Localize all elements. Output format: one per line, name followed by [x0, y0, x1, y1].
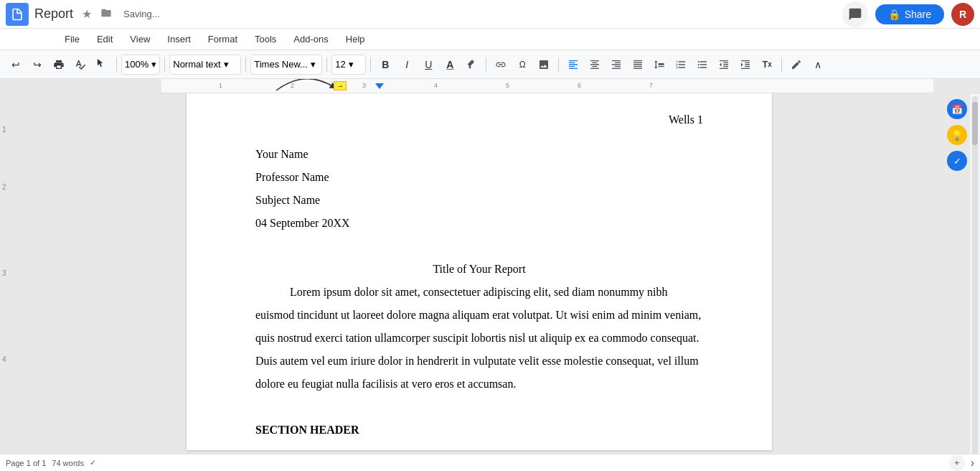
spellcheck-button[interactable]: [70, 55, 90, 75]
page-container[interactable]: Wells 1 Your Name Professor Name Subject…: [14, 93, 944, 471]
share-button[interactable]: 🔒 Share: [875, 4, 944, 24]
scrollbar[interactable]: [970, 93, 980, 471]
spell-check-icon: ✓: [90, 458, 96, 467]
subject-name-line: Subject Name: [255, 189, 703, 212]
report-title: Title of Your Report: [255, 258, 703, 281]
print-button[interactable]: [49, 55, 69, 75]
page-number-margin: 1 2 3 4: [0, 93, 14, 471]
check-panel-btn[interactable]: ✓: [947, 151, 967, 171]
align-center-button[interactable]: [585, 55, 605, 75]
toolbar-divider-1: [116, 57, 117, 72]
page-info: Page 1 of 1: [6, 459, 46, 467]
menu-insert[interactable]: Insert: [160, 32, 198, 46]
align-right-button[interactable]: [606, 55, 626, 75]
underline-button[interactable]: U: [418, 55, 438, 75]
zoom-value: 100%: [125, 59, 149, 70]
link-button[interactable]: [491, 55, 511, 75]
highlight-button[interactable]: [461, 55, 481, 75]
ruler-right-margin: [933, 79, 980, 93]
style-arrow: ▾: [224, 59, 229, 70]
image-button[interactable]: [534, 55, 554, 75]
page-header: Wells 1: [669, 108, 703, 131]
align-justify-button[interactable]: [628, 55, 648, 75]
saving-status: Saving...: [123, 9, 160, 19]
menu-format[interactable]: Format: [201, 32, 245, 46]
ruler-left-margin: [0, 79, 161, 93]
word-count: 74 words: [52, 459, 84, 467]
bottom-bar: Page 1 of 1 74 words ✓ + ›: [0, 454, 980, 471]
size-value: 12: [335, 59, 345, 70]
line-spacing-button[interactable]: [649, 55, 669, 75]
line-num-3: 3: [2, 269, 6, 277]
clear-format-button[interactable]: Tx: [757, 55, 777, 75]
toolbar-divider-8: [781, 57, 782, 72]
sidebar-toggle-btn[interactable]: ›: [971, 457, 974, 470]
font-value: Times New...: [254, 59, 308, 70]
menu-tools[interactable]: Tools: [248, 32, 283, 46]
toolbar-divider-7: [558, 57, 559, 72]
date-line: 04 September 20XX: [255, 212, 703, 235]
cursor-button[interactable]: [92, 55, 112, 75]
scrollbar-thumb[interactable]: [972, 102, 978, 145]
toolbar-divider-6: [486, 57, 486, 72]
toolbar-divider-4: [326, 57, 327, 72]
lightbulb-panel-btn[interactable]: 💡: [947, 125, 967, 145]
zoom-arrow: ▾: [151, 59, 156, 70]
section-header: SECTION HEADER: [255, 419, 703, 442]
main-area: 1 2 3 4 Wells 1 Your Name Professor Name…: [0, 93, 980, 471]
calendar-panel-btn[interactable]: 📅: [947, 99, 967, 119]
document-page: Wells 1 Your Name Professor Name Subject…: [187, 93, 772, 450]
user-avatar[interactable]: R: [951, 3, 974, 26]
menu-view[interactable]: View: [123, 32, 157, 46]
ruler-container: 0.50 → 1 2 3 4 5 6 7: [0, 79, 980, 93]
font-select[interactable]: Times New... ▾: [250, 55, 322, 75]
toolbar-divider-5: [370, 57, 371, 72]
spacer-1: [255, 235, 703, 258]
top-bar: Report ★ Saving... 🔒 Share R: [0, 0, 980, 29]
spacer-2: [255, 396, 703, 419]
italic-button[interactable]: I: [397, 55, 417, 75]
toolbar-divider-2: [164, 57, 165, 72]
para-1[interactable]: Lorem ipsum dolor sit amet, consectetuer…: [255, 281, 703, 396]
pencil-button[interactable]: [786, 55, 806, 75]
menu-help[interactable]: Help: [339, 32, 372, 46]
share-label: Share: [905, 9, 931, 20]
tab-marker[interactable]: →: [334, 81, 347, 90]
bullet-list-button[interactable]: [692, 55, 712, 75]
menu-addons[interactable]: Add-ons: [286, 32, 335, 46]
professor-name-line: Professor Name: [255, 166, 703, 189]
size-select[interactable]: 12 ▾: [331, 55, 366, 75]
more-button[interactable]: ∧: [808, 55, 828, 75]
app-icon: [6, 3, 29, 26]
expand-button[interactable]: +: [949, 455, 965, 471]
numbered-list-button[interactable]: [671, 55, 691, 75]
align-left-button[interactable]: [563, 55, 583, 75]
doc-title: Report: [34, 6, 73, 22]
menu-bar: File Edit View Insert Format Tools Add-o…: [0, 29, 980, 50]
ruler-main: 0.50 → 1 2 3 4 5 6 7: [161, 79, 933, 93]
line-num-2: 2: [2, 183, 6, 191]
star-icon[interactable]: ★: [82, 7, 92, 21]
increase-indent-button[interactable]: [735, 55, 755, 75]
folder-icon[interactable]: [100, 7, 112, 22]
share-lock-icon: 🔒: [888, 9, 900, 20]
redo-button[interactable]: ↪: [27, 55, 47, 75]
undo-button[interactable]: ↩: [6, 55, 26, 75]
special-char-button[interactable]: Ω: [512, 55, 532, 75]
your-name-line: Your Name: [255, 143, 703, 166]
line-num-4: 4: [2, 355, 6, 363]
zoom-select[interactable]: 100% ▾: [121, 55, 160, 75]
size-arrow: ▾: [349, 59, 354, 70]
right-panel: 📅 💡 ✓: [944, 93, 970, 471]
menu-file[interactable]: File: [57, 32, 87, 46]
comment-icon-btn[interactable]: [842, 1, 868, 27]
indent-marker[interactable]: [375, 83, 384, 89]
doc-content[interactable]: Your Name Professor Name Subject Name 04…: [255, 143, 703, 442]
text-color-button[interactable]: A: [440, 55, 460, 75]
menu-edit[interactable]: Edit: [90, 32, 120, 46]
style-value: Normal text: [173, 59, 220, 70]
bold-button[interactable]: B: [375, 55, 395, 75]
top-bar-right: 🔒 Share R: [842, 1, 974, 27]
decrease-indent-button[interactable]: [714, 55, 734, 75]
style-select[interactable]: 0.50 Normal text ▾: [169, 55, 241, 75]
